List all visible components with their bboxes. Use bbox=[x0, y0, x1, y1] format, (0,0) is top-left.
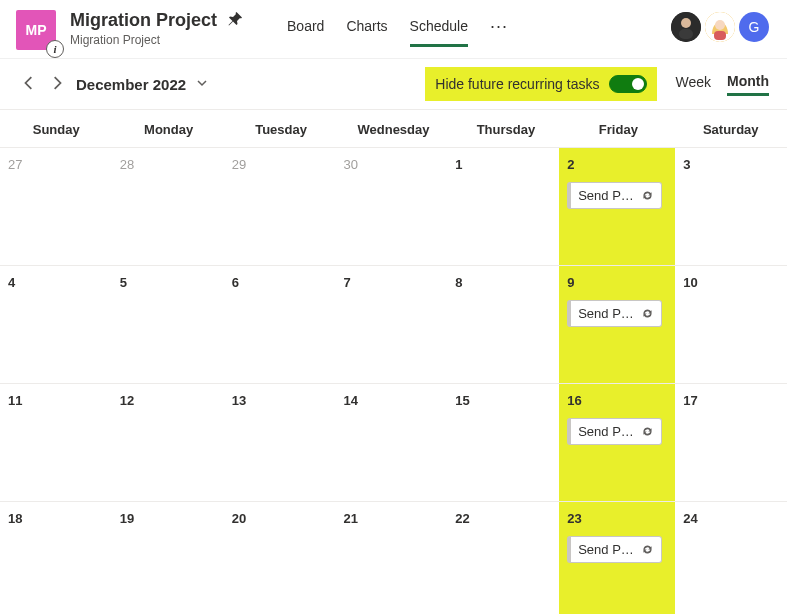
day-cell[interactable]: 10 bbox=[675, 266, 787, 383]
recurring-icon bbox=[641, 307, 654, 320]
avatar-2[interactable] bbox=[705, 12, 735, 42]
view-month[interactable]: Month bbox=[727, 73, 769, 96]
day-cell[interactable]: 4 bbox=[0, 266, 112, 383]
view-week[interactable]: Week bbox=[675, 74, 711, 94]
day-number: 9 bbox=[567, 275, 574, 290]
day-number: 10 bbox=[683, 275, 697, 290]
day-number: 28 bbox=[120, 157, 134, 172]
view-switch: Week Month bbox=[675, 73, 769, 96]
pin-icon[interactable] bbox=[227, 11, 243, 30]
day-number: 18 bbox=[8, 511, 22, 526]
week-row: 27 28 29 30 1 2 Send Proj… 3 bbox=[0, 148, 787, 266]
day-cell[interactable]: 12 bbox=[112, 384, 224, 501]
day-cell[interactable]: 9 Send Proj… bbox=[559, 266, 675, 383]
day-cell[interactable]: 2 Send Proj… bbox=[559, 148, 675, 265]
dow-fri: Friday bbox=[562, 110, 674, 147]
day-number: 15 bbox=[455, 393, 469, 408]
day-cell[interactable]: 23 Send Proj… bbox=[559, 502, 675, 614]
day-cell[interactable]: 1 bbox=[447, 148, 559, 265]
day-cell[interactable]: 21 bbox=[336, 502, 448, 614]
project-subtitle: Migration Project bbox=[70, 33, 243, 47]
task-chip[interactable]: Send Proj… bbox=[567, 418, 662, 445]
day-number: 17 bbox=[683, 393, 697, 408]
week-row: 11 12 13 14 15 16 Send Proj… 17 bbox=[0, 384, 787, 502]
day-number: 1 bbox=[455, 157, 462, 172]
day-number: 5 bbox=[120, 275, 127, 290]
avatars: G bbox=[671, 10, 769, 42]
day-number: 29 bbox=[232, 157, 246, 172]
app-root: MP i Migration Project Migration Project… bbox=[0, 0, 787, 614]
day-cell[interactable]: 22 bbox=[447, 502, 559, 614]
dow-tue: Tuesday bbox=[225, 110, 337, 147]
day-number: 19 bbox=[120, 511, 134, 526]
more-tabs-icon[interactable]: ··· bbox=[490, 14, 508, 37]
day-cell[interactable]: 29 bbox=[224, 148, 336, 265]
project-tile[interactable]: MP i bbox=[16, 10, 56, 50]
day-cell[interactable]: 30 bbox=[336, 148, 448, 265]
day-cell[interactable]: 6 bbox=[224, 266, 336, 383]
dow-sat: Saturday bbox=[675, 110, 787, 147]
header: MP i Migration Project Migration Project… bbox=[0, 0, 787, 58]
day-number: 24 bbox=[683, 511, 697, 526]
task-chip[interactable]: Send Proj… bbox=[567, 300, 662, 327]
svg-point-4 bbox=[715, 20, 725, 30]
day-cell[interactable]: 20 bbox=[224, 502, 336, 614]
task-chip[interactable]: Send Proj… bbox=[567, 536, 662, 563]
schedule-toolbar: December 2022 Hide future recurring task… bbox=[0, 58, 787, 109]
day-number: 22 bbox=[455, 511, 469, 526]
project-title: Migration Project bbox=[70, 10, 217, 31]
day-number: 12 bbox=[120, 393, 134, 408]
hide-recurring-label: Hide future recurring tasks bbox=[435, 76, 599, 92]
day-cell[interactable]: 27 bbox=[0, 148, 112, 265]
day-number: 14 bbox=[344, 393, 358, 408]
day-cell[interactable]: 5 bbox=[112, 266, 224, 383]
dow-wed: Wednesday bbox=[337, 110, 449, 147]
info-icon[interactable]: i bbox=[46, 40, 64, 58]
day-number: 2 bbox=[567, 157, 574, 172]
day-cell[interactable]: 28 bbox=[112, 148, 224, 265]
day-cell[interactable]: 18 bbox=[0, 502, 112, 614]
avatar-1[interactable] bbox=[671, 12, 701, 42]
day-cell[interactable]: 19 bbox=[112, 502, 224, 614]
task-label: Send Proj… bbox=[578, 306, 635, 321]
day-number: 11 bbox=[8, 393, 22, 408]
day-number: 30 bbox=[344, 157, 358, 172]
week-row: 4 5 6 7 8 9 Send Proj… 10 bbox=[0, 266, 787, 384]
day-cell[interactable]: 14 bbox=[336, 384, 448, 501]
day-cell[interactable]: 7 bbox=[336, 266, 448, 383]
tab-charts[interactable]: Charts bbox=[346, 14, 387, 44]
task-chip[interactable]: Send Proj… bbox=[567, 182, 662, 209]
hide-recurring-toggle[interactable] bbox=[609, 75, 647, 93]
recurring-icon bbox=[641, 425, 654, 438]
day-cell[interactable]: 13 bbox=[224, 384, 336, 501]
day-number: 13 bbox=[232, 393, 246, 408]
day-cell[interactable]: 3 bbox=[675, 148, 787, 265]
hide-recurring-toggle-wrap: Hide future recurring tasks bbox=[425, 67, 657, 101]
tab-schedule[interactable]: Schedule bbox=[410, 14, 468, 47]
tabs: Board Charts Schedule ··· bbox=[287, 10, 508, 47]
day-cell[interactable]: 15 bbox=[447, 384, 559, 501]
svg-rect-2 bbox=[679, 29, 693, 39]
dow-sun: Sunday bbox=[0, 110, 112, 147]
day-number: 4 bbox=[8, 275, 15, 290]
tab-board[interactable]: Board bbox=[287, 14, 324, 44]
week-row: 18 19 20 21 22 23 Send Proj… 24 bbox=[0, 502, 787, 614]
month-picker-icon[interactable] bbox=[196, 76, 208, 92]
day-number: 21 bbox=[344, 511, 358, 526]
next-month-icon[interactable] bbox=[50, 76, 64, 93]
day-cell[interactable]: 8 bbox=[447, 266, 559, 383]
day-cell[interactable]: 17 bbox=[675, 384, 787, 501]
prev-month-icon[interactable] bbox=[22, 76, 36, 93]
month-nav bbox=[22, 76, 64, 93]
day-cell[interactable]: 11 bbox=[0, 384, 112, 501]
project-title-block: Migration Project Migration Project bbox=[70, 10, 243, 47]
task-label: Send Proj… bbox=[578, 424, 635, 439]
weeks: 27 28 29 30 1 2 Send Proj… 3 4 5 6 bbox=[0, 148, 787, 614]
svg-point-1 bbox=[681, 18, 691, 28]
day-cell[interactable]: 16 Send Proj… bbox=[559, 384, 675, 501]
day-cell[interactable]: 24 bbox=[675, 502, 787, 614]
day-number: 27 bbox=[8, 157, 22, 172]
avatar-3-initial: G bbox=[749, 19, 760, 35]
calendar: Sunday Monday Tuesday Wednesday Thursday… bbox=[0, 109, 787, 614]
avatar-3[interactable]: G bbox=[739, 12, 769, 42]
